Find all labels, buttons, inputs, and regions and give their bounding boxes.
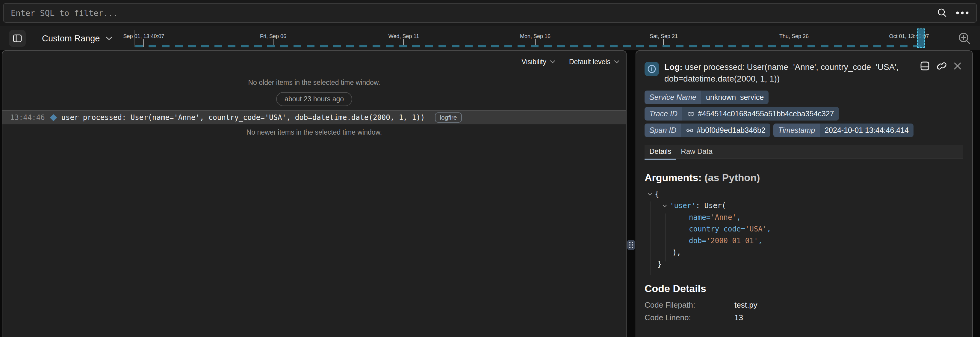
ellipsis-icon[interactable]	[955, 11, 969, 15]
chevron-down-icon[interactable]	[662, 204, 667, 208]
timeline-selection[interactable]	[917, 29, 925, 48]
info-level-badge	[644, 62, 659, 76]
link-icon	[687, 110, 695, 118]
timeline-dashed-track[interactable]	[135, 45, 925, 47]
code-filepath-label: Code Filepath:	[644, 300, 734, 310]
close-icon[interactable]	[953, 61, 962, 70]
log-row[interactable]: 13:44:46 user processed: User(name='Anne…	[2, 110, 626, 125]
timestamp-badge: Timestamp 2024-10-01 13:44:46.414	[773, 123, 913, 137]
code-line: dob='2000-01-01',	[644, 235, 963, 247]
indent-guide	[651, 201, 651, 275]
dock-panel-icon[interactable]	[920, 61, 930, 71]
visibility-dropdown-label: Visibility	[522, 58, 546, 66]
sql-filter-input[interactable]	[11, 8, 931, 18]
timeline-tick-label: Fri, Sep 06	[260, 33, 286, 40]
visibility-dropdown[interactable]: Visibility	[522, 58, 555, 66]
badge-label: Timestamp	[773, 123, 820, 137]
timeline-tick-label: Mon, Sep 16	[520, 33, 550, 40]
search-icon[interactable]	[937, 8, 948, 18]
log-timestamp: 13:44:46	[10, 113, 45, 122]
arguments-subheading: (as Python)	[702, 172, 760, 183]
detail-panel: Log: user processed: User(name='Anne', c…	[636, 50, 973, 337]
copy-link-icon[interactable]	[936, 61, 947, 71]
tab-raw-data[interactable]: Raw Data	[676, 145, 717, 159]
code-line: name='Anne',	[644, 212, 963, 224]
span-id-badge[interactable]: Span ID #b0f0d9ed1ab346b2	[644, 123, 770, 137]
time-range-label: Custom Range	[42, 34, 100, 43]
code-line: 'user': User(	[644, 200, 963, 212]
detail-tabs: Details Raw Data	[644, 145, 963, 159]
log-message: user processed: User(name='Anne', countr…	[61, 113, 425, 122]
detail-title-text: user processed: User(name='Anne', countr…	[664, 62, 899, 83]
badge-value: #454514c0168a455a51bb4ceba354c327	[698, 109, 834, 118]
relative-time-badge: about 23 hours ago	[276, 92, 352, 106]
sql-filter-box[interactable]	[3, 3, 977, 23]
code-filepath-value: test.py	[734, 300, 757, 310]
code-details-heading: Code Details	[644, 283, 963, 294]
timeline-tick-label: Sat, Sep 21	[650, 33, 678, 40]
no-newer-items-text: No newer items in the selected time wind…	[2, 128, 626, 136]
code-line: country_code='USA',	[644, 224, 963, 235]
trace-id-badge[interactable]: Trace ID #454514c0168a455a51bb4ceba354c3…	[644, 107, 839, 121]
code-line: }	[644, 259, 963, 270]
detail-title: Log: user processed: User(name='Anne', c…	[664, 61, 922, 85]
timeline-tick-label: Thu, Sep 26	[780, 33, 809, 40]
badge-label: Span ID	[644, 123, 681, 137]
chevron-down-icon	[106, 36, 112, 40]
timeline-tick-label: Sep 01, 13:40:07	[123, 33, 164, 40]
no-older-items-text: No older items in the selected time wind…	[2, 78, 626, 87]
timeline-bar: Custom Range Sep 01, 13:40:07 Fri, Sep 0…	[0, 26, 980, 50]
default-levels-dropdown-label: Default levels	[569, 58, 610, 66]
chevron-down-icon[interactable]	[648, 193, 652, 196]
badge-value: unknown_service	[701, 91, 768, 104]
grip-icon	[629, 242, 633, 248]
code-line: {	[644, 188, 963, 200]
code-lineno-label: Code Lineno:	[644, 313, 734, 322]
info-icon	[647, 64, 657, 74]
sidebar-toggle-button[interactable]	[9, 30, 26, 47]
timeline-tick-label: Wed, Sep 11	[388, 33, 419, 40]
logfire-tag: logfire	[435, 112, 461, 123]
time-range-selector[interactable]: Custom Range	[42, 26, 112, 51]
logs-toolbar: Visibility Default levels	[2, 51, 626, 73]
zoom-in-icon	[958, 32, 972, 46]
badge-value: 2024-10-01 13:44:46.414	[820, 123, 913, 137]
service-name-badge: Service Name unknown_service	[644, 91, 768, 104]
code-lineno-value: 13	[734, 313, 743, 322]
chevron-down-icon	[614, 60, 619, 64]
log-level-diamond-icon	[50, 114, 57, 121]
code-filepath-row: Code Filepath: test.py	[644, 299, 963, 311]
badge-label: Trace ID	[644, 107, 682, 121]
detail-title-prefix: Log:	[664, 62, 682, 72]
panel-resize-handle[interactable]	[627, 240, 635, 250]
default-levels-dropdown[interactable]: Default levels	[569, 58, 619, 66]
code-lineno-row: Code Lineno: 13	[644, 311, 963, 324]
sidebar-toggle-icon	[13, 34, 22, 43]
detail-header: Log: user processed: User(name='Anne', c…	[644, 61, 963, 85]
tab-details[interactable]: Details	[644, 145, 676, 159]
link-icon	[686, 126, 694, 134]
logs-panel: Visibility Default levels No older items…	[2, 50, 627, 337]
indent-guide	[665, 214, 666, 262]
zoom-in-button[interactable]	[957, 31, 972, 46]
metadata-badges: Service Name unknown_service Trace ID #4…	[644, 91, 947, 137]
chevron-down-icon	[550, 60, 555, 64]
badge-label: Service Name	[644, 91, 701, 104]
arguments-code-tree: { 'user': User( name='Anne', country_cod…	[644, 188, 963, 270]
code-line: ),	[644, 247, 963, 259]
top-filter-bar	[0, 0, 980, 26]
badge-value: #b0f0d9ed1ab346b2	[697, 126, 765, 135]
arguments-heading: Arguments: (as Python)	[644, 172, 963, 184]
